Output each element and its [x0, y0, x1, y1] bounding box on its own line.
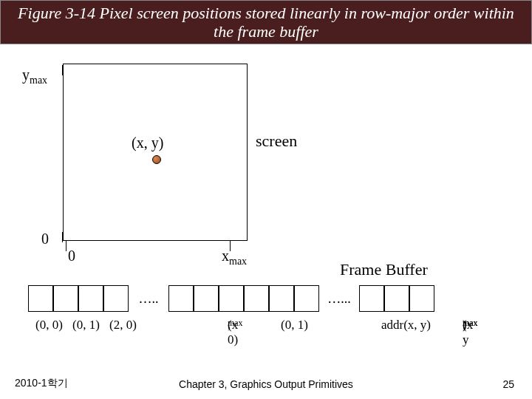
buffer-cell — [28, 285, 53, 312]
buffer-cell — [269, 285, 294, 312]
ellipsis-left: ….. — [129, 285, 168, 312]
buffer-cell — [194, 285, 219, 312]
figure-title: Figure 3-14 Pixel screen positions store… — [8, 4, 524, 41]
addr-0-0: (0, 0) — [35, 318, 63, 332]
xmax-sub: max — [229, 256, 247, 267]
buffer-cell — [219, 285, 244, 312]
buffer-cell — [244, 285, 269, 312]
axis-label-xmax: xmax — [222, 248, 247, 267]
ymax-sub: max — [30, 75, 47, 86]
label-screen: screen — [256, 132, 297, 151]
buffer-cell — [78, 285, 103, 312]
amm-post: ) — [463, 318, 467, 332]
axis-label-ymax: ymax — [22, 66, 47, 86]
buffer-cell — [359, 285, 384, 312]
frame-buffer-row: ….. …... — [28, 285, 434, 312]
addr-0-1: (0, 1) — [72, 318, 100, 332]
label-frame-buffer: Frame Buffer — [340, 260, 428, 279]
tick — [66, 241, 66, 251]
label-pixel-xy: (x, y) — [132, 134, 163, 151]
ymax-base: y — [22, 66, 30, 83]
footer-center: Chapter 3, Graphics Output Primitives — [0, 378, 532, 390]
buffer-cell — [103, 285, 129, 312]
buffer-cell — [53, 285, 78, 312]
ellipsis-right: …... — [319, 285, 359, 312]
tick — [62, 65, 63, 75]
axis-label-zero-y: 0 — [41, 231, 49, 248]
xmax-base: x — [222, 248, 229, 264]
addr-2-0: (2, 0) — [109, 318, 137, 332]
tick — [62, 232, 63, 242]
screen-box — [63, 64, 248, 241]
buffer-cell — [168, 285, 194, 312]
axis-label-zero-x: 0 — [68, 248, 75, 265]
pixel-dot-icon — [152, 155, 161, 164]
buffer-cell — [294, 285, 319, 312]
tick — [230, 241, 231, 251]
addr-0-1b: (0, 1) — [281, 318, 308, 332]
buffer-cell — [384, 285, 409, 312]
footer-page: 25 — [502, 378, 514, 390]
figure-title-bar: Figure 3-14 Pixel screen positions store… — [0, 0, 532, 44]
addr-xmax0-post: , 0) — [228, 318, 238, 347]
buffer-cell — [409, 285, 434, 312]
addr-xy: addr(x, y) — [381, 318, 431, 332]
